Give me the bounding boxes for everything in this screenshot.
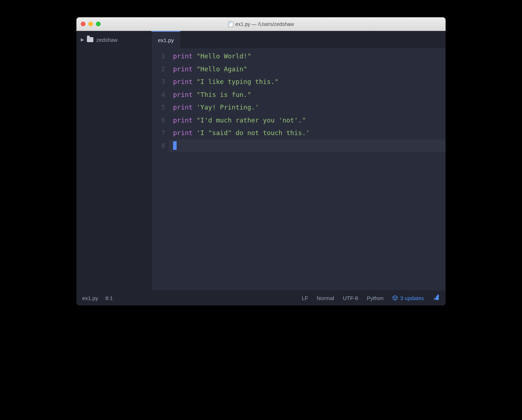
project-root-label: zedshaw	[96, 37, 118, 43]
titlebar: ex1.py — /Users/zedshaw	[76, 17, 446, 31]
code-area[interactable]: print "Hello World!"print "Hello Again"p…	[169, 50, 446, 290]
minimize-window-button[interactable]	[88, 22, 93, 26]
status-line-ending[interactable]: LF	[302, 295, 308, 301]
code-line[interactable]	[169, 139, 446, 152]
squirrel-icon[interactable]	[433, 294, 440, 303]
keyword-token: print	[173, 103, 193, 111]
close-window-button[interactable]	[81, 22, 85, 26]
traffic-lights	[76, 22, 101, 26]
line-number: 5	[151, 101, 165, 114]
editor-pane: ex1.py 12345678 print "Hello World!"prin…	[151, 31, 446, 290]
code-line[interactable]: print "This is fun."	[169, 88, 446, 101]
status-cursor-position[interactable]: 8:1	[105, 295, 113, 301]
keyword-token: print	[173, 116, 193, 124]
status-right: LF Normal UTF-8 Python 3 updates	[302, 294, 440, 303]
keyword-token: print	[173, 129, 193, 137]
sidebar[interactable]: ▶ zedshaw	[76, 31, 151, 290]
string-token: "I'd much rather you 'not'."	[196, 116, 306, 124]
keyword-token: print	[173, 65, 193, 73]
string-token: "This is fun."	[196, 91, 251, 98]
tab-bar: ex1.py	[151, 31, 446, 48]
code-line[interactable]: print 'Yay! Printing.'	[169, 101, 446, 114]
tab-ex1[interactable]: ex1.py	[151, 31, 180, 48]
code-line[interactable]: print "I like typing this."	[169, 75, 446, 88]
keyword-token: print	[173, 52, 193, 60]
line-number: 2	[151, 63, 165, 76]
folder-icon	[87, 37, 93, 42]
string-token: 'I "said" do not touch this.'	[196, 129, 310, 137]
string-token: "Hello World!"	[196, 52, 251, 60]
code-line[interactable]: print 'I "said" do not touch this.'	[169, 126, 446, 139]
text-cursor	[173, 141, 177, 150]
file-icon	[228, 21, 233, 27]
line-number: 7	[151, 126, 165, 139]
status-bar: ex1.py 8:1 LF Normal UTF-8 Python 3 upda…	[76, 290, 446, 305]
keyword-token: print	[173, 78, 193, 85]
package-icon	[392, 295, 398, 301]
window-body: ▶ zedshaw ex1.py 12345678 print "Hello W…	[76, 31, 446, 290]
window-title: ex1.py — /Users/zedshaw	[76, 21, 446, 27]
status-updates[interactable]: 3 updates	[392, 295, 424, 301]
tab-label: ex1.py	[158, 37, 174, 43]
status-encoding[interactable]: UTF-8	[343, 295, 358, 301]
line-number-gutter: 12345678	[151, 50, 169, 290]
status-updates-text: 3 updates	[400, 295, 424, 301]
chevron-right-icon: ▶	[81, 37, 84, 42]
line-number: 6	[151, 114, 165, 127]
editor-window: ex1.py — /Users/zedshaw ▶ zedshaw ex1.py…	[76, 17, 446, 305]
status-left: ex1.py 8:1	[82, 295, 113, 301]
code-line[interactable]: print "Hello Again"	[169, 63, 446, 76]
line-number: 8	[151, 139, 165, 152]
code-line[interactable]: print "I'd much rather you 'not'."	[169, 114, 446, 127]
zoom-window-button[interactable]	[96, 22, 101, 26]
line-number: 1	[151, 50, 165, 63]
line-number: 3	[151, 75, 165, 88]
keyword-token: print	[173, 91, 193, 98]
string-token: 'Yay! Printing.'	[196, 103, 259, 111]
code-line[interactable]: print "Hello World!"	[169, 50, 446, 63]
status-language[interactable]: Python	[367, 295, 384, 301]
project-root-row[interactable]: ▶ zedshaw	[76, 31, 151, 48]
window-title-text: ex1.py — /Users/zedshaw	[235, 21, 294, 27]
status-whitespace[interactable]: Normal	[317, 295, 334, 301]
status-filename[interactable]: ex1.py	[82, 295, 98, 301]
line-number: 4	[151, 88, 165, 101]
code-editor[interactable]: 12345678 print "Hello World!"print "Hell…	[151, 48, 446, 290]
string-token: "Hello Again"	[196, 65, 247, 73]
string-token: "I like typing this."	[196, 78, 279, 85]
